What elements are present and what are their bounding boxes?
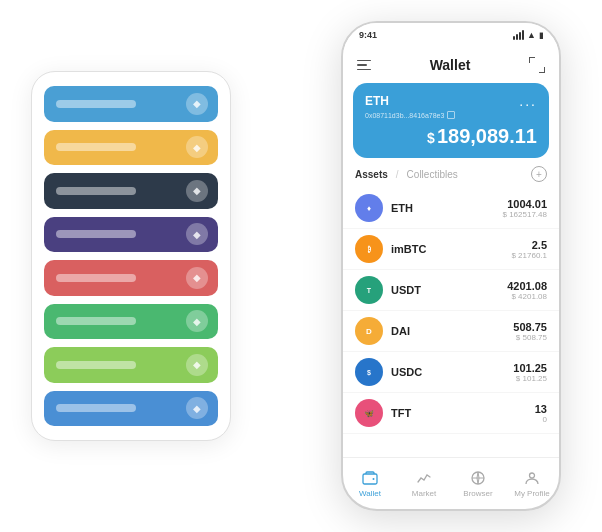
card-icon: ◆ [186, 397, 208, 419]
asset-amounts: 1004.01 $ 162517.48 [503, 198, 548, 219]
nav-label-profile: My Profile [514, 489, 550, 498]
asset-amount: 101.25 [513, 362, 547, 374]
table-row[interactable]: ♦ ETH 1004.01 $ 162517.48 [343, 188, 559, 229]
list-item[interactable]: ◆ [44, 86, 218, 122]
status-icons: ▲ ▮ [513, 30, 543, 40]
asset-name: USDC [391, 366, 513, 378]
nav-label-wallet: Wallet [359, 489, 381, 498]
battery-icon: ▮ [539, 31, 543, 40]
asset-amount: 4201.08 [507, 280, 547, 292]
profile-icon [523, 469, 541, 487]
eth-more-button[interactable]: ... [519, 93, 537, 109]
asset-amount: 1004.01 [503, 198, 548, 210]
assets-header: Assets / Collectibles + [343, 166, 559, 188]
table-row[interactable]: ₿ imBTC 2.5 $ 21760.1 [343, 229, 559, 270]
asset-amounts: 508.75 $ 508.75 [513, 321, 547, 342]
usdc-icon: $ [355, 358, 383, 386]
asset-usd: 0 [535, 415, 547, 424]
copy-icon[interactable] [447, 111, 455, 119]
asset-name: imBTC [391, 243, 511, 255]
card-icon: ◆ [186, 136, 208, 158]
list-item[interactable]: ◆ [44, 391, 218, 427]
nav-item-profile[interactable]: My Profile [505, 465, 559, 502]
market-icon [415, 469, 433, 487]
phone-header: Wallet [343, 47, 559, 83]
nav-item-wallet[interactable]: Wallet [343, 465, 397, 502]
list-item[interactable]: ◆ [44, 347, 218, 383]
nav-item-browser[interactable]: Browser [451, 465, 505, 502]
status-time: 9:41 [359, 30, 377, 40]
list-item[interactable]: ◆ [44, 130, 218, 166]
card-label [56, 274, 136, 282]
asset-amount: 13 [535, 403, 547, 415]
assets-tabs: Assets / Collectibles [355, 169, 458, 180]
svg-rect-0 [363, 474, 377, 484]
card-icon: ◆ [186, 93, 208, 115]
nav-item-market[interactable]: Market [397, 465, 451, 502]
eth-card[interactable]: ETH ... 0x08711d3b...8416a78e3 $189,089.… [353, 83, 549, 158]
list-item[interactable]: ◆ [44, 260, 218, 296]
nav-label-browser: Browser [463, 489, 492, 498]
asset-name: USDT [391, 284, 507, 296]
card-label [56, 361, 136, 369]
asset-amounts: 2.5 $ 21760.1 [511, 239, 547, 260]
card-icon: ◆ [186, 310, 208, 332]
tab-collectibles[interactable]: Collectibles [407, 169, 458, 180]
list-item[interactable]: ◆ [44, 217, 218, 253]
asset-name: TFT [391, 407, 535, 419]
eth-label: ETH [365, 94, 389, 108]
asset-usd: $ 162517.48 [503, 210, 548, 219]
card-label [56, 317, 136, 325]
table-row[interactable]: T USDT 4201.08 $ 4201.08 [343, 270, 559, 311]
asset-usd: $ 21760.1 [511, 251, 547, 260]
signal-icon [513, 30, 524, 40]
imbtc-icon: ₿ [355, 235, 383, 263]
bottom-nav: Wallet Market [343, 457, 559, 509]
scene: ◆ ◆ ◆ ◆ ◆ ◆ ◆ ◆ [11, 11, 591, 521]
asset-name: ETH [391, 202, 503, 214]
browser-icon [469, 469, 487, 487]
asset-usd: $ 101.25 [513, 374, 547, 383]
asset-amount: 2.5 [511, 239, 547, 251]
expand-icon[interactable] [529, 57, 545, 73]
asset-list: ♦ ETH 1004.01 $ 162517.48 ₿ imBTC 2.5 $ … [343, 188, 559, 457]
eth-address: 0x08711d3b...8416a78e3 [365, 111, 537, 119]
card-icon: ◆ [186, 354, 208, 376]
asset-amounts: 4201.08 $ 4201.08 [507, 280, 547, 301]
card-label [56, 100, 136, 108]
tft-icon: 🦋 [355, 399, 383, 427]
asset-usd: $ 4201.08 [507, 292, 547, 301]
tab-assets[interactable]: Assets [355, 169, 388, 180]
asset-amounts: 13 0 [535, 403, 547, 424]
card-icon: ◆ [186, 180, 208, 202]
menu-icon[interactable] [357, 60, 371, 71]
wallet-icon [361, 469, 379, 487]
eth-icon: ♦ [355, 194, 383, 222]
asset-amounts: 101.25 $ 101.25 [513, 362, 547, 383]
asset-usd: $ 508.75 [513, 333, 547, 342]
back-panel: ◆ ◆ ◆ ◆ ◆ ◆ ◆ ◆ [31, 71, 231, 441]
card-label [56, 404, 136, 412]
list-item[interactable]: ◆ [44, 304, 218, 340]
card-icon: ◆ [186, 223, 208, 245]
add-asset-button[interactable]: + [531, 166, 547, 182]
page-title: Wallet [430, 57, 471, 73]
card-label [56, 187, 136, 195]
card-icon: ◆ [186, 267, 208, 289]
card-label [56, 230, 136, 238]
table-row[interactable]: $ USDC 101.25 $ 101.25 [343, 352, 559, 393]
usdt-icon: T [355, 276, 383, 304]
table-row[interactable]: 🦋 TFT 13 0 [343, 393, 559, 434]
asset-amount: 508.75 [513, 321, 547, 333]
status-bar: 9:41 ▲ ▮ [343, 23, 559, 47]
svg-point-3 [530, 473, 535, 478]
dai-icon: D [355, 317, 383, 345]
eth-card-header: ETH ... [365, 93, 537, 109]
list-item[interactable]: ◆ [44, 173, 218, 209]
asset-name: DAI [391, 325, 513, 337]
table-row[interactable]: D DAI 508.75 $ 508.75 [343, 311, 559, 352]
wifi-icon: ▲ [527, 30, 536, 40]
svg-point-1 [373, 478, 375, 480]
card-label [56, 143, 136, 151]
nav-label-market: Market [412, 489, 436, 498]
